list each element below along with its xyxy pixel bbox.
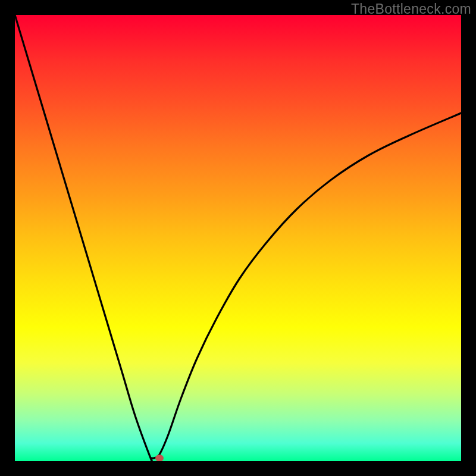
optimum-marker bbox=[155, 455, 164, 461]
bottleneck-curve bbox=[15, 15, 461, 461]
chart-stage: TheBottleneck.com bbox=[0, 0, 476, 476]
plot-area bbox=[15, 15, 461, 461]
chart-svg bbox=[15, 15, 461, 461]
